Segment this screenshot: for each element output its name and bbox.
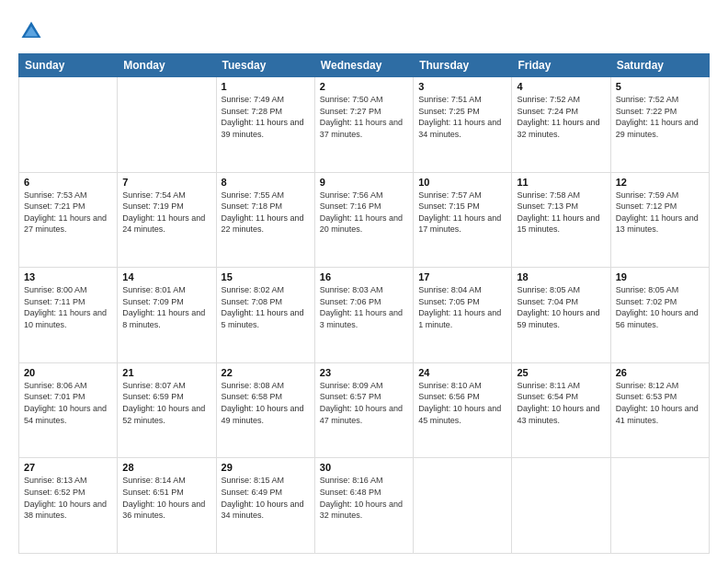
calendar-cell: 10 Sunrise: 7:57 AM Sunset: 7:15 PM Dayl… — [414, 172, 512, 268]
day-number: 13 — [24, 271, 112, 282]
daylight-text: Daylight: 11 hours and 39 minutes. — [222, 118, 304, 139]
sunset-text: Sunset: 7:09 PM — [122, 297, 184, 306]
daylight-text: Daylight: 11 hours and 10 minutes. — [24, 308, 107, 329]
sunset-text: Sunset: 7:12 PM — [616, 201, 677, 211]
calendar-cell: 15 Sunrise: 8:02 AM Sunset: 7:08 PM Dayl… — [216, 268, 314, 363]
calendar-cell: 29 Sunrise: 8:15 AM Sunset: 6:49 PM Dayl… — [216, 458, 314, 554]
sunset-text: Sunset: 7:11 PM — [24, 297, 85, 306]
daylight-text: Daylight: 11 hours and 13 minutes. — [616, 213, 699, 235]
sunset-text: Sunset: 7:24 PM — [517, 107, 578, 116]
weekday-header: Tuesday — [216, 54, 314, 77]
daylight-text: Daylight: 11 hours and 22 minutes. — [222, 213, 304, 235]
calendar-cell — [19, 77, 118, 173]
day-number: 10 — [418, 177, 506, 188]
calendar-cell: 3 Sunrise: 7:51 AM Sunset: 7:25 PM Dayli… — [414, 77, 512, 173]
calendar-table: SundayMondayTuesdayWednesdayThursdayFrid… — [18, 53, 710, 554]
sunrise-text: Sunrise: 7:54 AM — [122, 190, 186, 200]
calendar-cell: 17 Sunrise: 8:04 AM Sunset: 7:05 PM Dayl… — [414, 268, 512, 363]
sunrise-text: Sunrise: 8:16 AM — [320, 476, 383, 485]
calendar-cell: 22 Sunrise: 8:08 AM Sunset: 6:58 PM Dayl… — [216, 362, 314, 458]
sunrise-text: Sunrise: 8:05 AM — [517, 285, 580, 294]
calendar-cell: 23 Sunrise: 8:09 AM Sunset: 6:57 PM Dayl… — [314, 362, 413, 458]
calendar-cell: 21 Sunrise: 8:07 AM Sunset: 6:59 PM Dayl… — [118, 362, 216, 458]
calendar-cell: 7 Sunrise: 7:54 AM Sunset: 7:19 PM Dayli… — [118, 172, 216, 268]
day-info: Sunrise: 7:52 AM Sunset: 7:22 PM Dayligh… — [616, 94, 704, 140]
daylight-text: Daylight: 10 hours and 47 minutes. — [320, 404, 403, 425]
day-info: Sunrise: 8:13 AM Sunset: 6:52 PM Dayligh… — [24, 475, 112, 521]
calendar-week-row: 27 Sunrise: 8:13 AM Sunset: 6:52 PM Dayl… — [19, 458, 710, 554]
day-number: 22 — [222, 367, 310, 378]
daylight-text: Daylight: 11 hours and 32 minutes. — [517, 118, 599, 139]
day-info: Sunrise: 8:10 AM Sunset: 6:56 PM Dayligh… — [418, 380, 506, 426]
weekday-header: Friday — [512, 54, 610, 77]
day-info: Sunrise: 8:03 AM Sunset: 7:06 PM Dayligh… — [320, 284, 408, 330]
daylight-text: Daylight: 11 hours and 8 minutes. — [122, 308, 205, 329]
day-number: 19 — [616, 271, 704, 282]
day-info: Sunrise: 8:01 AM Sunset: 7:09 PM Dayligh… — [122, 284, 210, 330]
calendar-cell: 5 Sunrise: 7:52 AM Sunset: 7:22 PM Dayli… — [610, 77, 709, 173]
calendar-cell: 9 Sunrise: 7:56 AM Sunset: 7:16 PM Dayli… — [314, 172, 413, 268]
daylight-text: Daylight: 11 hours and 24 minutes. — [122, 213, 205, 235]
day-info: Sunrise: 7:54 AM Sunset: 7:19 PM Dayligh… — [122, 190, 210, 236]
day-number: 17 — [418, 271, 506, 282]
daylight-text: Daylight: 11 hours and 17 minutes. — [418, 213, 501, 235]
weekday-header-row: SundayMondayTuesdayWednesdayThursdayFrid… — [19, 54, 710, 77]
day-number: 12 — [616, 177, 704, 188]
sunrise-text: Sunrise: 7:56 AM — [320, 190, 383, 200]
daylight-text: Daylight: 10 hours and 32 minutes. — [320, 500, 403, 521]
sunset-text: Sunset: 6:59 PM — [122, 392, 184, 401]
sunrise-text: Sunrise: 7:59 AM — [616, 190, 679, 200]
sunset-text: Sunset: 7:06 PM — [320, 297, 381, 306]
day-info: Sunrise: 7:58 AM Sunset: 7:13 PM Dayligh… — [517, 190, 605, 236]
day-info: Sunrise: 7:55 AM Sunset: 7:18 PM Dayligh… — [222, 190, 310, 236]
sunrise-text: Sunrise: 7:52 AM — [616, 95, 679, 104]
calendar-cell: 30 Sunrise: 8:16 AM Sunset: 6:48 PM Dayl… — [314, 458, 413, 554]
daylight-text: Daylight: 10 hours and 45 minutes. — [418, 404, 501, 425]
daylight-text: Daylight: 11 hours and 29 minutes. — [616, 118, 699, 139]
sunrise-text: Sunrise: 8:03 AM — [320, 285, 383, 294]
day-number: 11 — [517, 177, 605, 188]
daylight-text: Daylight: 10 hours and 56 minutes. — [616, 308, 699, 329]
sunrise-text: Sunrise: 7:55 AM — [222, 190, 285, 200]
calendar-cell: 28 Sunrise: 8:14 AM Sunset: 6:51 PM Dayl… — [118, 458, 216, 554]
calendar-cell: 19 Sunrise: 8:05 AM Sunset: 7:02 PM Dayl… — [610, 268, 709, 363]
sunset-text: Sunset: 6:58 PM — [222, 392, 283, 401]
day-info: Sunrise: 8:00 AM Sunset: 7:11 PM Dayligh… — [24, 284, 112, 330]
daylight-text: Daylight: 10 hours and 38 minutes. — [24, 500, 107, 521]
weekday-header: Wednesday — [314, 54, 413, 77]
day-number: 1 — [222, 81, 310, 92]
sunrise-text: Sunrise: 7:53 AM — [24, 190, 87, 200]
day-info: Sunrise: 8:04 AM Sunset: 7:05 PM Dayligh… — [418, 284, 506, 330]
day-info: Sunrise: 7:56 AM Sunset: 7:16 PM Dayligh… — [320, 190, 408, 236]
day-info: Sunrise: 7:49 AM Sunset: 7:28 PM Dayligh… — [222, 94, 310, 140]
day-number: 6 — [24, 177, 112, 188]
sunrise-text: Sunrise: 7:51 AM — [418, 95, 482, 104]
sunset-text: Sunset: 6:53 PM — [616, 392, 677, 401]
day-info: Sunrise: 8:05 AM Sunset: 7:02 PM Dayligh… — [616, 284, 704, 330]
sunrise-text: Sunrise: 8:07 AM — [122, 381, 186, 390]
sunrise-text: Sunrise: 8:11 AM — [517, 381, 580, 390]
sunset-text: Sunset: 7:16 PM — [320, 201, 381, 211]
daylight-text: Daylight: 10 hours and 49 minutes. — [222, 404, 304, 425]
sunrise-text: Sunrise: 8:12 AM — [616, 381, 679, 390]
day-number: 23 — [320, 367, 408, 378]
day-info: Sunrise: 8:05 AM Sunset: 7:04 PM Dayligh… — [517, 284, 605, 330]
calendar-week-row: 20 Sunrise: 8:06 AM Sunset: 7:01 PM Dayl… — [19, 362, 710, 458]
sunset-text: Sunset: 6:52 PM — [24, 488, 85, 497]
day-info: Sunrise: 7:57 AM Sunset: 7:15 PM Dayligh… — [418, 190, 506, 236]
sunrise-text: Sunrise: 7:49 AM — [222, 95, 285, 104]
daylight-text: Daylight: 11 hours and 5 minutes. — [222, 308, 304, 329]
day-info: Sunrise: 8:06 AM Sunset: 7:01 PM Dayligh… — [24, 380, 112, 426]
sunrise-text: Sunrise: 8:00 AM — [24, 285, 87, 294]
header — [18, 17, 710, 44]
sunset-text: Sunset: 7:27 PM — [320, 107, 381, 116]
daylight-text: Daylight: 10 hours and 41 minutes. — [616, 404, 699, 425]
sunrise-text: Sunrise: 8:06 AM — [24, 381, 87, 390]
calendar-week-row: 13 Sunrise: 8:00 AM Sunset: 7:11 PM Dayl… — [19, 268, 710, 363]
daylight-text: Daylight: 11 hours and 3 minutes. — [320, 308, 403, 329]
day-info: Sunrise: 8:09 AM Sunset: 6:57 PM Dayligh… — [320, 380, 408, 426]
sunrise-text: Sunrise: 8:05 AM — [616, 285, 679, 294]
sunset-text: Sunset: 6:57 PM — [320, 392, 381, 401]
calendar-cell: 13 Sunrise: 8:00 AM Sunset: 7:11 PM Dayl… — [19, 268, 118, 363]
day-number: 4 — [517, 81, 605, 92]
